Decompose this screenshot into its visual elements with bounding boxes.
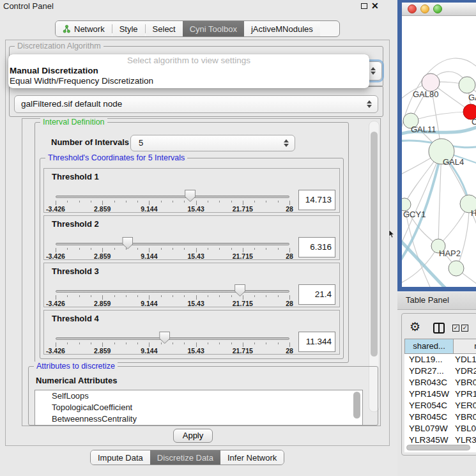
tab-infer-network[interactable]: Infer Network — [220, 450, 284, 464]
gear-icon[interactable]: ⚙ — [410, 321, 420, 333]
tick-mark — [243, 295, 243, 300]
threshold-2-panel: Threshold 2 -3.4262.8599.14415.4321.7152… — [43, 215, 340, 260]
tab-network[interactable]: Network — [56, 21, 112, 36]
tab-label: Cyni Toolbox — [190, 24, 237, 34]
network-node-green[interactable] — [449, 261, 464, 276]
slider-track[interactable] — [56, 337, 289, 340]
tab-cyni-toolbox[interactable]: Cyni Toolbox — [183, 21, 244, 36]
network-window-titlebar[interactable] — [402, 3, 476, 16]
attributes-listbox[interactable]: SelfLoopsTopologicalCoefficientBetweenne… — [35, 390, 363, 426]
slider-track[interactable] — [56, 243, 289, 245]
tick-label: 15.43 — [187, 347, 204, 355]
tick-mark — [79, 342, 80, 344]
tick-mark — [254, 201, 255, 203]
table-header: shared... na — [404, 339, 476, 354]
node-label: GAL11 — [411, 125, 436, 134]
tab-discretize-data[interactable]: Discretize Data — [150, 450, 220, 464]
tick-mark — [56, 201, 56, 205]
tick-mark — [79, 295, 80, 297]
tick-mark — [278, 295, 279, 297]
node-label: GAL80 — [413, 89, 438, 99]
threshold-value-field[interactable]: 11.344 — [298, 332, 335, 352]
tick-label: -3.426 — [46, 205, 65, 213]
tick-mark — [231, 295, 232, 297]
slider-tick-labels: -3.4262.8599.14415.4321.71528 — [56, 205, 289, 213]
horizontal-scrollbar-thumb[interactable] — [406, 445, 470, 450]
split-columns-icon[interactable] — [433, 323, 445, 334]
column-header-shared-name[interactable]: shared... — [404, 339, 454, 354]
tick-mark — [254, 342, 255, 344]
dropdown-option-manual[interactable]: Manual Discretization — [8, 66, 369, 76]
tick-mark — [102, 342, 103, 347]
table-row[interactable]: YBL079WYBL0 — [404, 423, 476, 434]
slider-tick-labels: -3.4262.8599.14415.4321.71528 — [56, 347, 289, 355]
tick-mark — [56, 342, 56, 347]
table-row[interactable]: YLR345WYLR3 — [404, 434, 476, 443]
tick-label: 9.144 — [141, 205, 157, 213]
close-traffic-light[interactable] — [408, 4, 417, 13]
tick-mark — [91, 201, 91, 203]
node-table: shared... na YDL19...YDL1YDR27...YDR2YBR… — [404, 339, 476, 452]
tick-mark — [289, 201, 290, 205]
table-row[interactable]: YPR145WYPR1 — [404, 388, 476, 400]
tick-label: -3.426 — [46, 252, 65, 260]
num-intervals-combobox[interactable]: 5 — [130, 135, 295, 151]
table-row[interactable]: YBR045CYBR0 — [404, 411, 476, 423]
network-node-pink[interactable] — [422, 73, 440, 91]
tick-mark — [184, 342, 185, 344]
tick-mark — [266, 295, 266, 297]
tab-style[interactable]: Style — [112, 21, 145, 36]
table-row[interactable]: YDL19...YDL1 — [404, 354, 476, 365]
dropdown-option-equal-width[interactable]: Equal Width/Frequency Discretization — [8, 76, 369, 86]
apply-button[interactable]: Apply — [173, 429, 213, 443]
scrollbar-thumb[interactable] — [371, 132, 378, 357]
list-scrollbar-thumb[interactable] — [353, 392, 360, 418]
network-canvas[interactable]: GAL80GACGAL11GAL4GCY1HHAP2 — [402, 16, 476, 287]
tick-mark — [67, 248, 68, 250]
table-row[interactable]: YER054CYER0 — [404, 400, 476, 411]
tick-mark — [149, 201, 150, 205]
table-row[interactable]: YBR043CYBR0 — [404, 377, 476, 388]
node-label: C — [472, 117, 476, 127]
float-window-icon[interactable] — [361, 3, 367, 9]
tick-mark — [184, 248, 185, 250]
tick-mark — [289, 342, 290, 347]
tick-mark — [102, 248, 103, 252]
close-icon[interactable]: ✕ — [371, 0, 379, 12]
tab-impute-data[interactable]: Impute Data — [91, 450, 150, 464]
tick-label: 9.144 — [141, 347, 157, 355]
tick-mark — [137, 295, 138, 297]
checkbox-icon[interactable]: ✓ — [461, 325, 468, 332]
threshold-3-panel: Threshold 3 -3.4262.8599.14415.4321.7152… — [43, 263, 340, 307]
node-label: GA — [468, 93, 476, 102]
combo-arrows-icon — [371, 67, 376, 75]
tick-mark — [219, 342, 220, 344]
mouse-cursor — [388, 230, 395, 238]
tick-mark — [243, 201, 243, 205]
tick-label: 15.43 — [187, 300, 204, 307]
tab-select[interactable]: Select — [146, 21, 183, 36]
table-data-combobox[interactable]: galFiltered.sif default node — [14, 95, 378, 113]
threshold-value-field[interactable]: 21.4 — [298, 284, 335, 305]
attribute-item[interactable]: SelfLoops — [35, 390, 362, 402]
table-row[interactable]: YDR27...YDR2 — [404, 365, 476, 377]
tab-jactivemnodules[interactable]: jActiveMNodules — [244, 21, 320, 36]
network-window: GAL80GACGAL11GAL4GCY1HHAP2 — [397, 0, 476, 291]
bottom-tabs: Impute Data Discretize Data Infer Networ… — [90, 450, 284, 465]
checkbox-icon[interactable]: ✓ — [452, 325, 459, 332]
threshold-value-field[interactable]: 14.713 — [298, 190, 335, 210]
tick-label: -3.426 — [46, 300, 65, 307]
threshold-value-field[interactable]: 6.316 — [298, 237, 335, 257]
slider-track[interactable] — [56, 196, 289, 198]
slider-track[interactable] — [56, 290, 289, 293]
attribute-item[interactable]: TopologicalCoefficient — [35, 402, 362, 413]
algorithm-dropdown-popup: Select algorithm to view settings Manual… — [8, 54, 369, 88]
network-node-green[interactable] — [402, 198, 411, 211]
minimize-traffic-light[interactable] — [420, 4, 429, 13]
attribute-item[interactable]: BetweennessCentrality — [35, 413, 362, 425]
group-title: Threshold's Coordinates for 5 Intervals — [45, 153, 187, 162]
network-node-green[interactable] — [459, 77, 475, 93]
zoom-traffic-light[interactable] — [433, 4, 442, 13]
network-graph: GAL80GACGAL11GAL4GCY1HHAP2 — [402, 16, 476, 287]
column-header-name[interactable]: na — [454, 339, 476, 354]
